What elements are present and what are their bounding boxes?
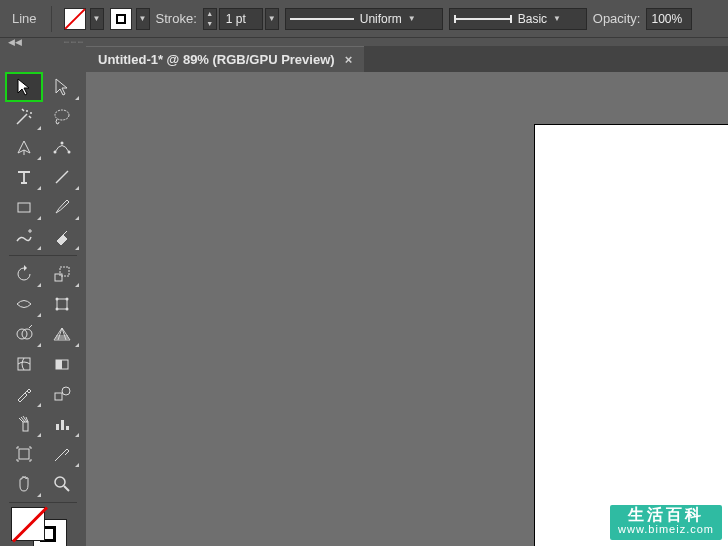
svg-point-2 [68, 151, 71, 154]
tools-panel [5, 72, 81, 546]
watermark: 生活百科 www.bimeiz.com [610, 505, 722, 540]
chevron-down-icon: ▼ [553, 8, 561, 30]
curvature-tool[interactable] [43, 132, 81, 162]
grip-dots-icon: ┉┉┉ [64, 38, 85, 47]
document-tab-bar: Untitled-1* @ 89% (RGB/GPU Preview) × [86, 46, 728, 72]
svg-rect-21 [56, 424, 59, 430]
fill-swatch[interactable] [64, 8, 86, 30]
rotate-tool[interactable] [5, 259, 43, 289]
svg-point-1 [54, 151, 57, 154]
svg-rect-24 [19, 449, 29, 459]
profile-uniform-label: Uniform [360, 12, 402, 26]
svg-point-3 [61, 142, 64, 145]
svg-point-10 [66, 298, 69, 301]
uniform-line-icon [290, 18, 354, 20]
brush-definition[interactable]: Basic ▼ [449, 8, 587, 30]
svg-line-26 [64, 486, 69, 491]
none-fill-icon [12, 507, 48, 543]
svg-rect-20 [23, 422, 28, 431]
type-tool[interactable] [5, 162, 43, 192]
mesh-tool[interactable] [5, 349, 43, 379]
artboard[interactable] [534, 124, 728, 546]
opacity-input[interactable]: 100% [646, 8, 692, 30]
magic-wand-tool[interactable] [5, 102, 43, 132]
close-tab-icon[interactable]: × [345, 52, 353, 67]
rectangle-tool[interactable] [5, 192, 43, 222]
zoom-tool[interactable] [43, 469, 81, 499]
svg-rect-22 [61, 420, 64, 430]
artboard-tool[interactable] [5, 439, 43, 469]
fill-dropdown[interactable]: ▼ [90, 8, 104, 30]
panel-grip-row: ◀◀ ┉┉┉ [0, 38, 728, 46]
selection-tool[interactable] [5, 72, 43, 102]
svg-rect-18 [55, 393, 62, 400]
perspective-grid-tool[interactable] [43, 319, 81, 349]
svg-rect-23 [66, 426, 69, 430]
svg-point-12 [66, 308, 69, 311]
stroke-swatch-group: ▼ [110, 8, 150, 30]
opacity-label: Opacity: [593, 11, 641, 26]
active-tool-label: Line [6, 11, 39, 26]
scale-tool[interactable] [43, 259, 81, 289]
chevron-down-icon: ▼ [408, 8, 416, 30]
svg-point-9 [56, 298, 59, 301]
svg-rect-15 [18, 358, 30, 370]
watermark-url: www.bimeiz.com [618, 522, 714, 536]
stroke-weight-stepper[interactable]: ▲▼ [203, 8, 217, 30]
svg-point-11 [56, 308, 59, 311]
brush-basic-label: Basic [518, 12, 547, 26]
eyedropper-tool[interactable] [5, 379, 43, 409]
symbol-sprayer-tool[interactable] [5, 409, 43, 439]
pen-tool[interactable] [5, 132, 43, 162]
stroke-weight-input[interactable]: 1 pt [219, 8, 263, 30]
collapse-panel-icon[interactable]: ◀◀ [0, 37, 30, 47]
svg-point-19 [62, 387, 70, 395]
svg-rect-17 [56, 360, 62, 369]
basic-brush-icon [454, 18, 512, 20]
line-segment-tool[interactable] [43, 162, 81, 192]
blend-tool[interactable] [43, 379, 81, 409]
stroke-dropdown[interactable]: ▼ [136, 8, 150, 30]
lasso-tool[interactable] [43, 102, 81, 132]
paintbrush-tool[interactable] [43, 192, 81, 222]
none-fill-icon [64, 8, 85, 29]
gradient-tool[interactable] [43, 349, 81, 379]
svg-rect-6 [55, 274, 62, 281]
shape-builder-tool[interactable] [5, 319, 43, 349]
canvas-area[interactable] [86, 72, 728, 546]
column-graph-tool[interactable] [43, 409, 81, 439]
document-tab[interactable]: Untitled-1* @ 89% (RGB/GPU Preview) × [86, 46, 364, 72]
eraser-tool[interactable] [43, 222, 81, 252]
hand-tool[interactable] [5, 469, 43, 499]
stroke-weight-control: ▲▼ 1 pt ▼ [203, 8, 279, 30]
stroke-weight-dropdown[interactable]: ▼ [265, 8, 279, 30]
width-tool[interactable] [5, 289, 43, 319]
variable-width-profile[interactable]: Uniform ▼ [285, 8, 443, 30]
document-tab-title: Untitled-1* @ 89% (RGB/GPU Preview) [98, 52, 335, 67]
watermark-title: 生活百科 [618, 508, 714, 522]
stroke-icon [116, 14, 126, 24]
svg-rect-8 [57, 299, 67, 309]
fill-color-swatch[interactable] [11, 507, 45, 541]
slice-tool[interactable] [43, 439, 81, 469]
direct-selection-tool[interactable] [43, 72, 81, 102]
free-transform-tool[interactable] [43, 289, 81, 319]
divider [51, 6, 52, 32]
fill-stroke-swatches[interactable] [11, 507, 71, 546]
svg-line-4 [56, 171, 68, 183]
svg-rect-5 [18, 203, 30, 212]
stroke-swatch[interactable] [110, 8, 132, 30]
fill-swatch-group: ▼ [64, 8, 104, 30]
shaper-tool[interactable] [5, 222, 43, 252]
svg-point-0 [55, 110, 69, 120]
svg-point-25 [55, 477, 65, 487]
svg-rect-7 [60, 267, 69, 276]
control-bar: Line ▼ ▼ Stroke: ▲▼ 1 pt ▼ Uniform ▼ Bas… [0, 0, 728, 38]
stroke-label: Stroke: [156, 11, 197, 26]
